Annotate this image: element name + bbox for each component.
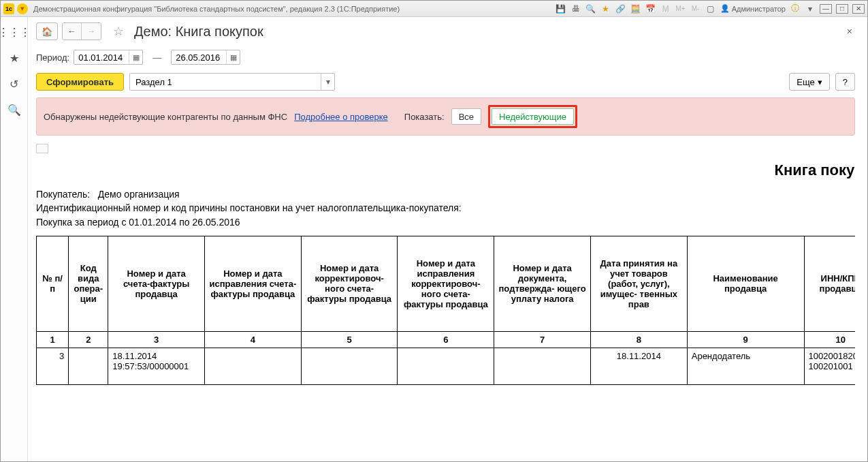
report-table: № п/п Код вида опера- ции Номер и дата с… <box>36 236 855 385</box>
period-dash: — <box>147 52 167 63</box>
chevron-down-icon: ▾ <box>818 77 822 87</box>
page-header: 🏠 ← → ☆ Демо: Книга покупок × <box>36 22 855 40</box>
user-icon: 👤 <box>720 4 730 13</box>
report-corner-stub <box>36 144 48 153</box>
user-badge[interactable]: 👤 Администратор <box>720 4 786 13</box>
dropdown-icon[interactable]: ▾ <box>805 3 816 14</box>
more-label: Еще <box>797 77 814 87</box>
col-num: 2 <box>69 331 108 348</box>
user-name: Администратор <box>732 5 786 13</box>
cell-opcode <box>69 348 108 384</box>
titlebar: 1c ▾ Демонстрационная конфигурация "Библ… <box>1 1 867 17</box>
col-header: Дата принятия на учет товаров (работ, ус… <box>590 236 687 331</box>
cell-n: 3 <box>37 348 69 384</box>
app-menu-dropdown-icon[interactable]: ▾ <box>17 3 28 14</box>
favorites-star-icon[interactable]: ★ <box>7 51 21 65</box>
period-to-field[interactable]: ▦ <box>171 50 240 65</box>
section-dropdown-icon[interactable]: ▾ <box>321 74 334 90</box>
favorite-icon[interactable]: ★ <box>600 3 611 14</box>
id-line: Идентификационный номер и код причины по… <box>36 202 462 213</box>
warning-bar: Обнаружены недействующие контрагенты по … <box>36 97 855 136</box>
cell-accept-date: 18.11.2014 <box>590 348 687 384</box>
cell-invoice: 18.11.2014 19:57:53/00000001 <box>108 348 205 384</box>
calendar-icon[interactable]: 📅 <box>645 3 656 14</box>
col-header: Номер и дата документа, подтвержда- ющег… <box>494 236 591 331</box>
report-scroll-area[interactable]: Книга покупок Покупатель: Демо организац… <box>36 144 855 455</box>
show-label: Показать: <box>404 112 445 122</box>
save-icon[interactable]: 💾 <box>556 3 566 14</box>
filter-all-button[interactable]: Все <box>451 108 481 125</box>
window-title: Демонстрационная конфигурация "Библиотек… <box>31 5 553 13</box>
page-title: Демо: Книга покупок <box>134 24 263 40</box>
search-icon[interactable]: 🔍 <box>7 103 21 117</box>
col-header: Номер и дата корректировоч- ного счета-ф… <box>301 236 398 331</box>
col-header: Наименование продавца <box>687 236 804 331</box>
panel-icon[interactable]: ▢ <box>705 3 716 14</box>
col-num: 8 <box>590 331 687 348</box>
print-icon[interactable]: 🖶 <box>570 3 581 14</box>
close-button[interactable]: ✕ <box>852 4 865 14</box>
warning-text: Обнаружены недействующие контрагенты по … <box>44 112 287 122</box>
col-num: 9 <box>687 331 804 348</box>
more-button[interactable]: Еще ▾ <box>789 73 829 91</box>
section-select[interactable]: ▾ <box>129 73 335 91</box>
col-header: Номер и дата исправления счета-фактуры п… <box>204 236 301 331</box>
info-icon[interactable]: ⓘ <box>790 3 801 14</box>
col-header: № п/п <box>37 236 69 331</box>
col-num: 6 <box>398 331 494 348</box>
back-button[interactable]: ← <box>63 23 82 40</box>
buyer-label: Покупатель: <box>36 189 90 200</box>
period-to-input[interactable] <box>172 52 226 63</box>
cell-corr2 <box>301 348 398 384</box>
table-row: 3 18.11.2014 19:57:53/00000001 18.11.201… <box>37 348 856 384</box>
titlebar-tools: 💾 🖶 🔍 ★ 🔗 🧮 📅 M M+ M- ▢ 👤 Администратор … <box>556 3 865 14</box>
header-row: № п/п Код вида опера- ции Номер и дата с… <box>37 236 856 331</box>
sections-menu-icon[interactable]: ⋮⋮⋮ <box>7 25 21 39</box>
cell-corr1 <box>204 348 301 384</box>
app-logo-icon: 1c <box>3 3 14 14</box>
favorite-toggle-icon[interactable]: ☆ <box>111 24 126 39</box>
history-icon[interactable]: ↺ <box>7 77 21 91</box>
col-num: 5 <box>301 331 398 348</box>
col-num: 7 <box>494 331 591 348</box>
col-header: Номер и дата исправления корректировоч- … <box>398 236 494 331</box>
m-plus-icon[interactable]: M+ <box>675 3 686 14</box>
nav-back-forward: ← → <box>62 22 101 40</box>
period-from-field[interactable]: ▦ <box>74 50 143 65</box>
section-input[interactable] <box>130 74 321 90</box>
home-button[interactable]: 🏠 <box>36 22 58 40</box>
col-num: 10 <box>804 331 855 348</box>
cell-corr3 <box>398 348 494 384</box>
report-meta: Покупатель: Демо организация Идентификац… <box>36 187 855 236</box>
m-icon[interactable]: M <box>660 3 671 14</box>
forward-button[interactable]: → <box>82 23 101 40</box>
calculator-icon[interactable]: 🧮 <box>630 3 641 14</box>
m-minus-icon[interactable]: M- <box>690 3 701 14</box>
col-num: 3 <box>108 331 205 348</box>
cell-paydoc <box>494 348 591 384</box>
period-line: Покупка за период с 01.01.2014 по 26.05.… <box>36 217 240 228</box>
content-pane: 🏠 ← → ☆ Демо: Книга покупок × Период: ▦ … <box>28 17 867 461</box>
buyer-name: Демо организация <box>98 189 180 200</box>
filter-highlight: Недействующие <box>488 105 577 128</box>
calendar-to-icon[interactable]: ▦ <box>226 50 240 64</box>
page-close-button[interactable]: × <box>844 25 855 38</box>
warning-details-link[interactable]: Подробнее о проверке <box>294 112 388 122</box>
run-button[interactable]: Сформировать <box>36 73 124 91</box>
col-num: 4 <box>204 331 301 348</box>
minimize-button[interactable]: — <box>820 4 832 14</box>
calendar-from-icon[interactable]: ▦ <box>129 50 142 64</box>
help-button[interactable]: ? <box>835 73 855 91</box>
period-label: Период: <box>36 52 69 63</box>
preview-icon[interactable]: 🔍 <box>585 3 596 14</box>
period-row: Период: ▦ — ▦ <box>36 50 855 65</box>
maximize-button[interactable]: □ <box>836 4 848 14</box>
left-sidebar: ⋮⋮⋮ ★ ↺ 🔍 <box>1 17 28 461</box>
col-header: Код вида опера- ции <box>69 236 108 331</box>
filter-invalid-button[interactable]: Недействующие <box>492 108 574 125</box>
form-controls-row: Сформировать ▾ Еще ▾ ? <box>36 73 855 91</box>
col-num: 1 <box>37 331 69 348</box>
period-from-input[interactable] <box>74 52 129 63</box>
link-icon[interactable]: 🔗 <box>615 3 626 14</box>
cell-seller: Арендодатель <box>687 348 804 384</box>
